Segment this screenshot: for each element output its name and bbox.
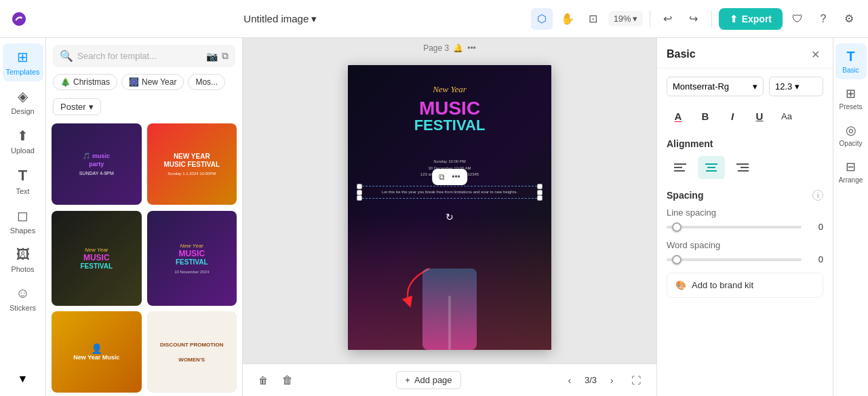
panel-search-area: 🔍 📷 ⧉	[46, 38, 242, 71]
font-family-chevron: ▾	[753, 81, 757, 92]
collapse-icon: ▼	[18, 373, 28, 385]
canvas-frame[interactable]: New Year MUSIC FESTIVAL Sunday 10:00 PM …	[348, 65, 551, 350]
page-more-icon[interactable]: •••	[467, 43, 476, 53]
sidebar-item-stickers[interactable]: ☺ Stickers	[3, 280, 43, 317]
frame-tool-button[interactable]: ⊡	[583, 8, 604, 30]
add-to-brand-kit-button[interactable]: 🎨 Add to brand kit	[667, 273, 823, 298]
zoom-control[interactable]: 19% ▾	[608, 11, 643, 26]
svg-rect-0	[674, 163, 686, 165]
underline-button[interactable]: U	[748, 104, 771, 127]
svg-rect-4	[707, 167, 715, 168]
poster-filter-button[interactable]: Poster ▾	[53, 98, 101, 115]
template-card-3[interactable]: New Year MUSIC FESTIVAL	[52, 211, 142, 306]
align-right-button[interactable]	[729, 156, 756, 179]
copy-icon-button[interactable]: ⧉	[436, 171, 448, 183]
help-button[interactable]: ?	[812, 8, 834, 30]
word-spacing-value: 0	[807, 254, 823, 264]
sidebar-item-photos[interactable]: 🖼 Photos	[3, 241, 43, 279]
rs-item-arrange[interactable]: ⊟ Arrange	[835, 154, 867, 189]
sidebar-collapse-button[interactable]: ▼	[3, 368, 43, 391]
tag-christmas[interactable]: 🎄 Christmas	[53, 74, 117, 90]
divider	[650, 11, 650, 27]
stickers-icon: ☺	[16, 285, 29, 301]
rs-item-presets[interactable]: ⊞ Presets	[835, 81, 867, 116]
image-search-button[interactable]: 📷	[206, 51, 218, 62]
line-spacing-slider[interactable]	[667, 226, 802, 229]
next-page-button[interactable]: ›	[602, 371, 621, 390]
fullscreen-button[interactable]: ⛶	[627, 371, 646, 390]
sidebar-item-shapes[interactable]: ◻ Shapes	[3, 202, 43, 240]
sidebar-item-templates[interactable]: ⊞ Templates	[3, 43, 43, 81]
text-color-button[interactable]: A	[667, 104, 690, 127]
doc-title-text: Untitled image	[243, 13, 309, 24]
handle-top-left[interactable]	[357, 184, 362, 189]
panel-content: Montserrat-Rg ▾ 12.3 ▾ A B I U Aa Alignm…	[657, 68, 833, 396]
canva-logo[interactable]	[8, 8, 30, 30]
handle-top-right[interactable]	[537, 184, 542, 189]
hand-tool-button[interactable]: ✋	[557, 8, 578, 30]
filter-button[interactable]: ⧉	[222, 50, 229, 62]
templates-panel: 🔍 📷 ⧉ 🎄 Christmas 🎆 New Year Mos... Post…	[46, 38, 243, 396]
italic-button[interactable]: I	[721, 104, 744, 127]
add-page-button[interactable]: + Add page	[396, 371, 460, 389]
handle-middle-left[interactable]	[357, 190, 362, 195]
trash-button[interactable]: 🗑	[278, 371, 297, 390]
handle-bottom-left[interactable]	[357, 195, 362, 201]
poster-music-text: MUSIC	[348, 99, 551, 118]
topbar: Untitled image ▾ ⬡ ✋ ⊡ 19% ▾ ↩ ↪ ⬆ Expor…	[0, 0, 868, 38]
sidebar-item-upload[interactable]: ⬆ Upload	[3, 122, 43, 160]
svg-rect-5	[706, 170, 717, 172]
select-tool-button[interactable]: ⬡	[531, 8, 553, 30]
bold-button[interactable]: B	[694, 104, 717, 127]
spacing-title: Spacing	[667, 190, 703, 201]
doc-title[interactable]: Untitled image ▾	[243, 13, 317, 25]
handle-bottom-right[interactable]	[537, 195, 542, 201]
delete-page-icon-button[interactable]: 🗑	[254, 371, 273, 390]
sidebar-item-design[interactable]: ◈ Design	[3, 83, 43, 121]
close-panel-button[interactable]: ✕	[807, 46, 823, 62]
word-spacing-label: Word spacing	[667, 240, 823, 250]
tag-more[interactable]: Mos...	[188, 74, 225, 90]
font-family-selector[interactable]: Montserrat-Rg ▾	[667, 77, 764, 96]
spacing-info-button[interactable]: i	[812, 190, 823, 201]
divider2	[711, 11, 712, 27]
settings-button[interactable]: ⚙	[838, 8, 860, 30]
undo-button[interactable]: ↩	[657, 8, 679, 30]
export-button[interactable]: ⬆ Export	[719, 8, 783, 30]
case-button[interactable]: Aa	[775, 104, 798, 127]
brand-kit-label: Add to brand kit	[692, 280, 753, 290]
align-left-button[interactable]	[667, 156, 694, 179]
prev-page-button[interactable]: ‹	[560, 371, 579, 390]
word-spacing-thumb[interactable]	[672, 255, 682, 264]
arrange-icon: ⊟	[846, 159, 856, 174]
rs-item-basic[interactable]: T Basic	[835, 43, 867, 79]
handle-middle-right[interactable]	[537, 190, 542, 195]
template-card-4[interactable]: New Year MUSIC FESTIVAL 10 November 2024	[147, 211, 237, 306]
canvas-inner[interactable]: Page 3 🔔 ••• New Year MUSIC FESTIVAL Sun…	[243, 38, 656, 363]
topbar-tools: ⬡ ✋ ⊡ 19% ▾ ↩ ↪ ⬆ Export 🛡 ? ⚙	[531, 8, 860, 30]
word-spacing-slider[interactable]	[667, 258, 802, 261]
word-spacing-slider-row: 0	[667, 254, 823, 264]
align-center-button[interactable]	[698, 156, 725, 179]
line-spacing-thumb[interactable]	[672, 222, 682, 232]
sidebar-item-text[interactable]: T Text	[3, 161, 43, 201]
topbar-center: Untitled image ▾	[30, 13, 531, 25]
add-page-label: Add page	[414, 375, 452, 385]
design-icon: ◈	[18, 88, 28, 104]
photos-icon: 🖼	[16, 247, 30, 262]
font-size-selector[interactable]: 12.3 ▾	[769, 77, 823, 96]
template-card-5[interactable]: 👤 New Year Music	[52, 311, 142, 393]
design-label: Design	[11, 107, 34, 115]
rs-item-opacity[interactable]: ◎ Opacity	[835, 117, 867, 153]
template-card-6[interactable]: DISCOUNT PROMOTIONWOMEN'S	[147, 311, 237, 393]
shield-icon-button[interactable]: 🛡	[787, 8, 808, 30]
template-card-2[interactable]: NEW YEARMusic Festival Sunday 1.1.2024 1…	[147, 123, 237, 205]
more-options-button[interactable]: •••	[449, 171, 463, 183]
redo-button[interactable]: ↪	[683, 8, 705, 30]
search-input[interactable]	[77, 51, 202, 61]
template-card-1[interactable]: 🎵 musicparty SUNDAY 4-9PM	[52, 123, 142, 205]
tag-newyear[interactable]: 🎆 New Year	[121, 74, 184, 90]
add-page-icon: +	[405, 375, 410, 385]
export-label: Export	[742, 14, 772, 24]
poster-selected-textbox[interactable]: ⧉ ••• Let this be the year you break fre…	[359, 186, 540, 199]
